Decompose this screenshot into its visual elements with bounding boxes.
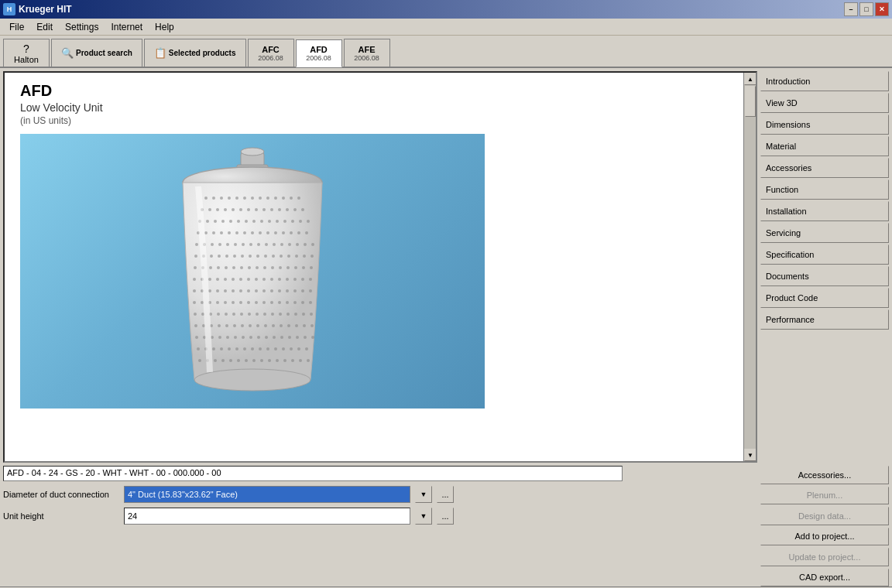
nav-installation[interactable]: Installation (760, 201, 889, 221)
svg-point-26 (270, 208, 273, 211)
maximize-button[interactable]: □ (859, 2, 873, 16)
bottom-section: AFD - 04 - 24 - GS - 20 - WHT - WHT - 00… (0, 463, 892, 586)
svg-point-228 (260, 359, 263, 362)
scroll-thumb[interactable] (745, 86, 756, 117)
svg-point-176 (218, 324, 221, 327)
nav-introduction[interactable]: Introduction (760, 71, 889, 91)
nav-accessories[interactable]: Accessories (760, 158, 889, 178)
svg-point-145 (224, 301, 227, 304)
svg-point-30 (301, 208, 304, 211)
tab-afd[interactable]: AFD 2006.08 (296, 39, 342, 67)
svg-point-203 (304, 336, 307, 339)
svg-point-95 (209, 266, 212, 269)
svg-point-97 (225, 266, 228, 269)
svg-point-88 (280, 255, 283, 258)
svg-point-180 (249, 324, 252, 327)
svg-point-164 (248, 313, 251, 316)
update-to-project-button[interactable]: Update to project... (760, 548, 889, 566)
design-data-button[interactable]: Design data... (760, 507, 889, 525)
svg-point-113 (224, 278, 227, 281)
nav-servicing[interactable]: Servicing (760, 223, 889, 243)
svg-point-8 (235, 197, 238, 200)
svg-point-235 (194, 369, 310, 391)
menu-internet[interactable]: Internet (105, 20, 149, 34)
menu-help[interactable]: Help (149, 20, 180, 34)
tab-selected-products[interactable]: 📋 Selected products (144, 39, 246, 67)
svg-point-135 (270, 289, 273, 292)
minimize-button[interactable]: – (844, 2, 858, 16)
svg-point-29 (293, 208, 297, 211)
scroll-down-button[interactable]: ▼ (744, 449, 756, 461)
tab-afd-sub: 2006.08 (306, 54, 331, 62)
plenum-button[interactable]: Plenum... (760, 487, 889, 505)
vertical-scrollbar[interactable]: ▲ ▼ (743, 73, 756, 461)
diameter-dots-button[interactable]: ... (437, 486, 454, 503)
halton-icon: ? (23, 43, 29, 55)
svg-point-179 (241, 324, 244, 327)
svg-point-106 (294, 266, 297, 269)
svg-point-222 (214, 359, 217, 362)
svg-point-75 (304, 243, 307, 246)
accessories-button[interactable]: Accessories... (760, 466, 889, 484)
tab-afc-label: AFC (262, 45, 280, 54)
svg-point-194 (234, 336, 237, 339)
svg-point-41 (276, 220, 279, 223)
svg-point-115 (239, 278, 242, 281)
product-name: Low Velocity Unit (20, 101, 740, 114)
svg-point-216 (282, 347, 285, 350)
field-select-diameter[interactable]: 4" Duct (15.83"x23.62" Face) (124, 486, 410, 503)
svg-point-18 (208, 208, 211, 211)
svg-point-38 (252, 220, 256, 223)
svg-point-189 (195, 336, 198, 339)
menu-file[interactable]: File (3, 20, 30, 34)
add-to-project-button[interactable]: Add to project... (760, 528, 889, 546)
nav-material[interactable]: Material (760, 136, 889, 156)
tab-halton[interactable]: ? Halton (3, 39, 50, 67)
svg-point-163 (240, 313, 243, 316)
svg-point-89 (287, 255, 290, 258)
svg-point-25 (262, 208, 266, 211)
window-controls[interactable]: – □ ✕ (844, 2, 889, 16)
nav-function[interactable]: Function (760, 179, 889, 200)
main-layout: ▲ ▼ AFD Low Velocity Unit (in US units) (0, 68, 892, 586)
cad-export-button[interactable]: CAD export... (760, 569, 889, 587)
svg-point-105 (286, 266, 290, 269)
svg-point-195 (242, 336, 245, 339)
svg-point-117 (255, 278, 258, 281)
svg-point-124 (309, 278, 312, 281)
tab-product-search[interactable]: 🔍 Product search (51, 39, 142, 67)
svg-point-28 (286, 208, 289, 211)
height-dots-button[interactable]: ... (437, 508, 454, 525)
nav-product-code[interactable]: Product Code (760, 288, 889, 308)
menu-settings[interactable]: Settings (59, 20, 105, 34)
svg-point-204 (311, 336, 314, 339)
scroll-track[interactable] (744, 85, 756, 449)
nav-view3d[interactable]: View 3D (760, 93, 889, 113)
nav-specification[interactable]: Specification (760, 244, 889, 265)
svg-point-162 (232, 313, 235, 316)
scroll-up-button[interactable]: ▲ (744, 73, 756, 85)
nav-dimensions[interactable]: Dimensions (760, 115, 889, 135)
svg-point-52 (243, 231, 246, 234)
svg-point-116 (247, 278, 250, 281)
close-button[interactable]: ✕ (875, 2, 889, 16)
svg-point-230 (276, 359, 279, 362)
svg-point-72 (280, 243, 283, 246)
tab-halton-label: Halton (14, 55, 39, 64)
height-dropdown-arrow[interactable]: ▼ (415, 508, 432, 525)
field-select-height[interactable]: 24 (124, 508, 410, 525)
menu-bar: File Edit Settings Internet Help (0, 19, 892, 36)
diameter-dropdown-arrow[interactable]: ▼ (415, 486, 432, 503)
svg-point-167 (271, 313, 274, 316)
svg-point-131 (239, 289, 242, 292)
svg-point-92 (310, 255, 314, 258)
svg-point-55 (266, 231, 269, 234)
menu-edit[interactable]: Edit (30, 20, 59, 34)
svg-point-229 (268, 359, 271, 362)
svg-point-39 (260, 220, 263, 223)
tab-bar: ? Halton 🔍 Product search 📋 Selected pro… (0, 36, 892, 68)
nav-documents[interactable]: Documents (760, 266, 889, 286)
nav-performance[interactable]: Performance (760, 309, 889, 330)
tab-afc[interactable]: AFC 2006.08 (248, 39, 294, 67)
tab-afe[interactable]: AFE 2006.08 (344, 39, 390, 67)
